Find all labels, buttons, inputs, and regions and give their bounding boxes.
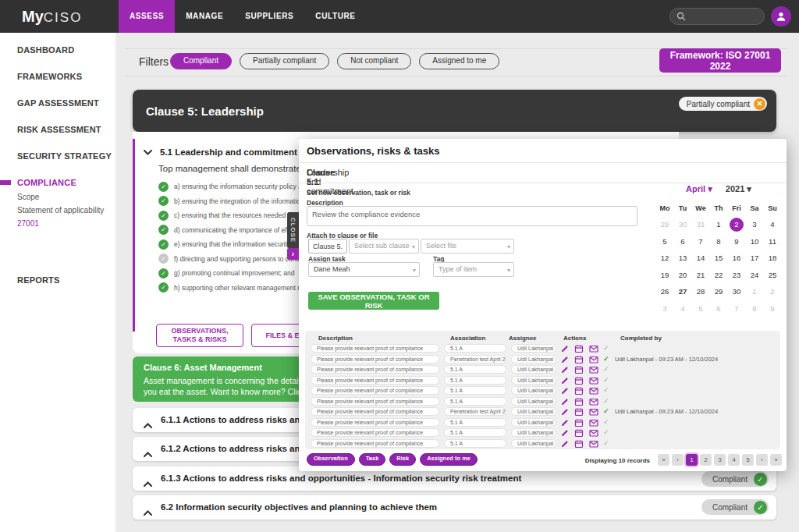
page-button-‹[interactable]: ‹: [672, 454, 684, 466]
complete-check-icon[interactable]: ✓: [603, 418, 609, 427]
save-observation-button[interactable]: SAVE OBSERVATION, TASK OR RISK: [308, 292, 439, 310]
calendar-day[interactable]: 20: [674, 267, 692, 284]
sub-clause-select[interactable]: Select sub clause▾: [349, 239, 419, 254]
complete-check-icon[interactable]: ✓: [603, 407, 609, 416]
month-select[interactable]: April ▾: [686, 184, 712, 193]
sidebar-item-statement-of-applicability[interactable]: Statement of applicability: [0, 206, 115, 215]
sidebar-item-frameworks[interactable]: FRAMEWORKS: [0, 71, 115, 82]
complete-check-icon[interactable]: ✓: [603, 376, 609, 385]
sidebar-item-dashboard[interactable]: DASHBOARD: [0, 44, 115, 55]
calendar-day[interactable]: 28: [692, 283, 710, 300]
calendar-day[interactable]: 11: [764, 233, 782, 250]
sidebar-item-compliance[interactable]: COMPLIANCE: [0, 177, 115, 188]
page-button-3[interactable]: 3: [714, 454, 726, 466]
calendar-day[interactable]: 25: [764, 267, 782, 284]
page-button-5[interactable]: 5: [742, 454, 754, 466]
calendar-day[interactable]: 4: [674, 300, 692, 317]
observations-tasks-risks-button[interactable]: OBSERVATIONS, TASKS & RISKS: [156, 324, 243, 347]
filter-pill-compliant[interactable]: Compliant: [170, 53, 232, 69]
collapse-chevron-button[interactable]: ›: [287, 248, 299, 260]
complete-check-icon[interactable]: ✓: [603, 355, 609, 364]
calendar-day[interactable]: 16: [728, 250, 746, 267]
type-pill-assigned-to-me[interactable]: Assigned to me: [420, 453, 478, 466]
nav-tab-culture[interactable]: CULTURE: [304, 0, 366, 33]
table-row[interactable]: Please provide relevant proof of complia…: [305, 376, 780, 387]
page-button-2[interactable]: 2: [700, 454, 712, 466]
page-button-»[interactable]: »: [770, 454, 782, 466]
calendar-day[interactable]: 13: [674, 250, 692, 267]
sidebar-item-27001[interactable]: 27001: [0, 219, 115, 228]
type-pill-observation[interactable]: Observation: [307, 453, 355, 466]
calendar-day-selected[interactable]: 2: [728, 216, 746, 233]
calendar-day[interactable]: 29: [710, 283, 728, 300]
calendar-day[interactable]: 17: [746, 250, 764, 267]
framework-button[interactable]: Framework: ISO 27001 2022: [659, 48, 781, 73]
table-row[interactable]: Please provide relevant proof of complia…: [305, 386, 780, 397]
filter-pill-assigned-to-me[interactable]: Assigned to me: [419, 53, 499, 69]
calendar-day[interactable]: 10: [746, 233, 764, 250]
search-input[interactable]: [691, 12, 761, 21]
calendar-day[interactable]: 27: [674, 283, 692, 300]
sidebar-item-scope[interactable]: Scope: [0, 193, 115, 201]
file-select[interactable]: Select file▾: [421, 239, 514, 254]
calendar-day[interactable]: 3: [746, 216, 764, 233]
calendar-day[interactable]: 9: [728, 233, 746, 250]
search-bar[interactable]: [669, 8, 765, 25]
calendar-day[interactable]: 12: [656, 250, 674, 267]
filter-pill-not-compliant[interactable]: Not compliant: [337, 53, 411, 69]
table-row[interactable]: Please provide relevant proof of complia…: [305, 407, 780, 418]
calendar-day[interactable]: 7: [692, 233, 710, 250]
complete-check-icon[interactable]: ✓: [603, 428, 609, 437]
sidebar-item-gap-assessment[interactable]: GAP ASSESSMENT: [0, 98, 115, 108]
subclause-header[interactable]: 5.1 Leadership and commitment: [144, 147, 297, 157]
calendar-day[interactable]: 5: [692, 300, 710, 317]
calendar-day[interactable]: 8: [746, 300, 764, 317]
calendar-day[interactable]: 24: [746, 267, 764, 284]
close-panel-tab[interactable]: CLOSE: [287, 212, 299, 248]
calendar-day[interactable]: 2: [764, 283, 782, 300]
calendar-day[interactable]: 14: [692, 250, 710, 267]
calendar-day[interactable]: 6: [710, 300, 728, 317]
calendar-day[interactable]: 1: [710, 216, 728, 233]
calendar-day[interactable]: 7: [728, 300, 746, 317]
table-row[interactable]: Please provide relevant proof of complia…: [305, 365, 780, 376]
nav-tab-manage[interactable]: MANAGE: [175, 0, 234, 33]
sidebar-item-risk-assessment[interactable]: RISK ASSESSMENT: [0, 124, 115, 135]
table-row[interactable]: Please provide relevant proof of complia…: [305, 428, 780, 439]
calendar-day[interactable]: 9: [764, 300, 782, 317]
complete-check-icon[interactable]: ✓: [603, 365, 609, 374]
nav-tab-suppliers[interactable]: SUPPLIERS: [234, 0, 304, 33]
nav-tab-assess[interactable]: ASSESS: [119, 0, 175, 33]
calendar-day[interactable]: 4: [764, 216, 782, 233]
calendar-day[interactable]: 26: [656, 283, 674, 300]
page-button-1[interactable]: 1: [686, 454, 698, 466]
calendar-day[interactable]: 29: [656, 216, 674, 233]
table-row[interactable]: Please provide relevant proof of complia…: [305, 355, 780, 366]
assignee-select[interactable]: Dane Meah▾: [308, 262, 420, 277]
clause-input[interactable]: [308, 239, 347, 254]
page-button-›[interactable]: ›: [756, 454, 768, 466]
table-row[interactable]: Please provide relevant proof of complia…: [305, 397, 780, 408]
calendar-day[interactable]: 8: [710, 233, 728, 250]
calendar-day[interactable]: 3: [656, 300, 674, 317]
sidebar-item-reports[interactable]: REPORTS: [0, 275, 115, 286]
calendar-day[interactable]: 1: [746, 283, 764, 300]
filter-pill-partially-compliant[interactable]: Partially compliant: [240, 53, 329, 69]
complete-check-icon[interactable]: ✓: [603, 344, 609, 353]
year-select[interactable]: 2021 ▾: [726, 184, 751, 193]
calendar-day[interactable]: 30: [728, 283, 746, 300]
clause-header[interactable]: Clause 5: Leadership Partially compliant…: [133, 90, 776, 132]
calendar-day[interactable]: 5: [656, 233, 674, 250]
type-pill-task[interactable]: Task: [359, 453, 386, 466]
calendar-day[interactable]: 19: [656, 267, 674, 284]
table-row[interactable]: Please provide relevant proof of complia…: [305, 439, 780, 450]
calendar-day[interactable]: 22: [710, 267, 728, 284]
calendar-day[interactable]: 21: [692, 267, 710, 284]
type-pill-risk[interactable]: Risk: [389, 453, 416, 466]
sidebar-item-security-strategy[interactable]: SECURITY STRATEGY: [0, 151, 115, 161]
calendar-day[interactable]: 18: [764, 250, 782, 267]
tag-select[interactable]: Type of item▾: [433, 262, 514, 277]
description-textarea[interactable]: Review the compliance evidence: [307, 206, 637, 226]
calendar-day[interactable]: 23: [728, 267, 746, 284]
avatar[interactable]: [771, 6, 791, 27]
